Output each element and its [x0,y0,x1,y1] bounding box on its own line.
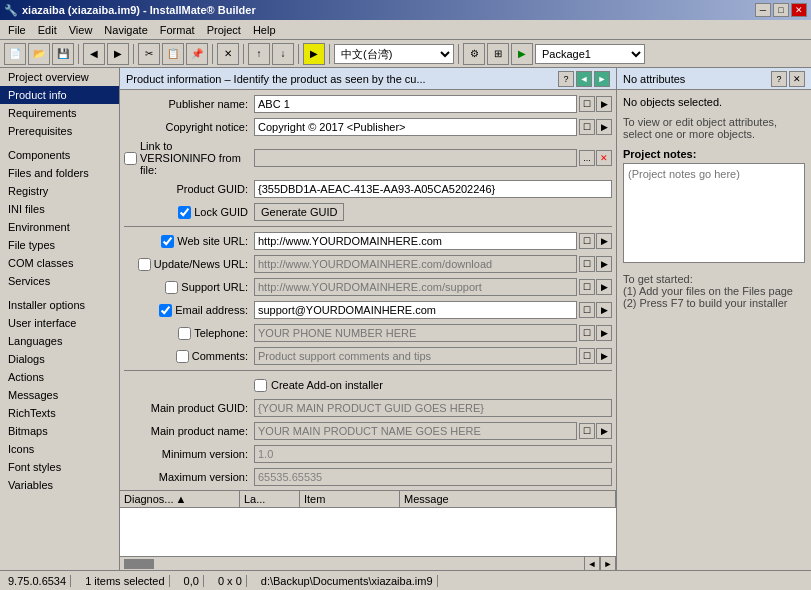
h-scrollbar[interactable]: ◄ ► [120,556,616,570]
scroll-right-button[interactable]: ► [600,556,616,571]
project-notes-textarea[interactable] [623,163,805,263]
redo-button[interactable]: ▶ [107,43,129,65]
comments-arrow[interactable]: ▶ [596,348,612,364]
main-name-check[interactable]: ☐ [579,423,595,439]
copyright-arrow[interactable]: ▶ [596,119,612,135]
support-input[interactable] [254,278,577,296]
down-button[interactable]: ↓ [272,43,294,65]
menu-edit[interactable]: Edit [32,22,63,38]
min-version-input[interactable] [254,445,612,463]
sidebar-item-prerequisites[interactable]: Prerequisites [0,122,119,140]
sidebar-item-messages[interactable]: Messages [0,386,119,404]
menu-navigate[interactable]: Navigate [98,22,153,38]
main-guid-input[interactable] [254,399,612,417]
close-button[interactable]: ✕ [791,3,807,17]
copyright-input[interactable] [254,118,577,136]
menu-help[interactable]: Help [247,22,282,38]
paste-button[interactable]: 📌 [186,43,208,65]
grid-button[interactable]: ⊞ [487,43,509,65]
publisher-check[interactable]: ☐ [579,96,595,112]
sidebar-item-com-classes[interactable]: COM classes [0,254,119,272]
undo-button[interactable]: ◀ [83,43,105,65]
website-arrow[interactable]: ▶ [596,233,612,249]
publisher-arrow[interactable]: ▶ [596,96,612,112]
sidebar-item-project-overview[interactable]: Project overview [0,68,119,86]
comments-check[interactable]: ☐ [579,348,595,364]
attr-help-button[interactable]: ? [771,71,787,87]
menu-view[interactable]: View [63,22,99,38]
telephone-input[interactable] [254,324,577,342]
sidebar-item-registry[interactable]: Registry [0,182,119,200]
play-button[interactable]: ▶ [511,43,533,65]
cut-button[interactable]: ✂ [138,43,160,65]
new-button[interactable]: 📄 [4,43,26,65]
update-arrow[interactable]: ▶ [596,256,612,272]
panel-help-button[interactable]: ? [558,71,574,87]
support-arrow[interactable]: ▶ [596,279,612,295]
log-col-diagnos[interactable]: Diagnos... ▲ [120,491,240,507]
sidebar-item-components[interactable]: Components [0,146,119,164]
sidebar-item-variables[interactable]: Variables [0,476,119,494]
sidebar-item-actions[interactable]: Actions [0,368,119,386]
panel-fwd-button[interactable]: ► [594,71,610,87]
copyright-check[interactable]: ☐ [579,119,595,135]
language-combo[interactable]: 中文(台湾) [334,44,454,64]
website-checkbox[interactable] [161,235,174,248]
telephone-check[interactable]: ☐ [579,325,595,341]
maximize-button[interactable]: □ [773,3,789,17]
sidebar-item-dialogs[interactable]: Dialogs [0,350,119,368]
save-button[interactable]: 💾 [52,43,74,65]
log-col-message[interactable]: Message [400,491,616,507]
sidebar-item-services[interactable]: Services [0,272,119,290]
sidebar-item-richtexts[interactable]: RichTexts [0,404,119,422]
generate-guid-button[interactable]: Generate GUID [254,203,344,221]
website-input[interactable] [254,232,577,250]
copy-button[interactable]: 📋 [162,43,184,65]
support-checkbox[interactable] [165,281,178,294]
build-button[interactable]: ▶ [303,43,325,65]
scroll-left-button[interactable]: ◄ [584,556,600,571]
versioninfo-browse[interactable]: ... [579,150,595,166]
update-input[interactable] [254,255,577,273]
update-checkbox[interactable] [138,258,151,271]
versioninfo-checkbox[interactable] [124,152,137,165]
menu-format[interactable]: Format [154,22,201,38]
sidebar-item-files-folders[interactable]: Files and folders [0,164,119,182]
versioninfo-clear[interactable]: ✕ [596,150,612,166]
website-check[interactable]: ☐ [579,233,595,249]
sidebar-item-environment[interactable]: Environment [0,218,119,236]
lock-guid-checkbox[interactable] [178,206,191,219]
support-check[interactable]: ☐ [579,279,595,295]
sidebar-item-languages[interactable]: Languages [0,332,119,350]
main-name-input[interactable] [254,422,577,440]
sidebar-item-font-styles[interactable]: Font styles [0,458,119,476]
publisher-input[interactable] [254,95,577,113]
sidebar-item-file-types[interactable]: File types [0,236,119,254]
email-check[interactable]: ☐ [579,302,595,318]
update-check[interactable]: ☐ [579,256,595,272]
comments-checkbox[interactable] [176,350,189,363]
max-version-input[interactable] [254,468,612,486]
email-checkbox[interactable] [159,304,172,317]
sidebar-item-icons[interactable]: Icons [0,440,119,458]
options-button[interactable]: ⚙ [463,43,485,65]
delete-button[interactable]: ✕ [217,43,239,65]
log-col-layer[interactable]: La... [240,491,300,507]
panel-back-button[interactable]: ◄ [576,71,592,87]
open-button[interactable]: 📂 [28,43,50,65]
menu-project[interactable]: Project [201,22,247,38]
attr-close-button[interactable]: ✕ [789,71,805,87]
telephone-checkbox[interactable] [178,327,191,340]
guid-input[interactable] [254,180,612,198]
sidebar-item-installer-options[interactable]: Installer options [0,296,119,314]
log-col-item[interactable]: Item [300,491,400,507]
sidebar-item-ini-files[interactable]: INI files [0,200,119,218]
menu-file[interactable]: File [2,22,32,38]
email-arrow[interactable]: ▶ [596,302,612,318]
telephone-arrow[interactable]: ▶ [596,325,612,341]
sidebar-item-requirements[interactable]: Requirements [0,104,119,122]
comments-input[interactable] [254,347,577,365]
versioninfo-input[interactable] [254,149,577,167]
sidebar-item-bitmaps[interactable]: Bitmaps [0,422,119,440]
sidebar-item-product-info[interactable]: Product info [0,86,119,104]
